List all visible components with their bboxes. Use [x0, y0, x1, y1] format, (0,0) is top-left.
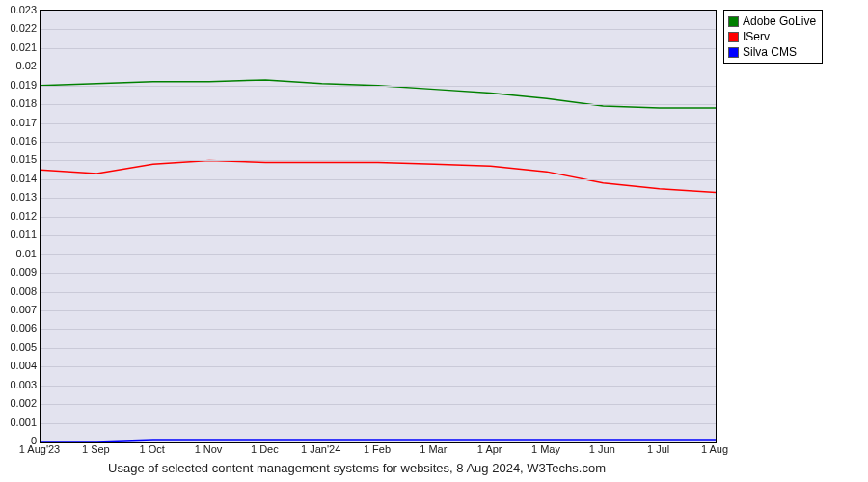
x-tick-label: 1 Jul: [647, 443, 669, 455]
legend-label: Silva CMS: [743, 44, 797, 60]
grid-line: [41, 366, 716, 367]
y-tick-label: 0.018: [3, 97, 37, 109]
grid-line: [41, 160, 716, 161]
y-tick-label: 0.008: [3, 285, 37, 297]
x-tick-label: 1 Mar: [420, 443, 447, 455]
y-tick-label: 0.013: [3, 191, 37, 202]
x-tick-label: 1 Aug'23: [19, 443, 60, 455]
chart-svg: [41, 11, 716, 442]
grid-line: [41, 142, 716, 143]
y-tick-label: 0.007: [3, 304, 37, 315]
x-tick-label: 1 Apr: [477, 443, 502, 455]
grid-line: [41, 348, 716, 349]
y-tick-label: 0.019: [3, 79, 37, 91]
grid-line: [41, 273, 716, 274]
x-tick-label: 1 Feb: [364, 443, 391, 455]
x-tick-label: 1 Nov: [195, 443, 223, 455]
x-tick-label: 1 Sep: [82, 443, 110, 455]
chart-container: Adobe GoLiveIServSilva CMS Usage of sele…: [0, 0, 868, 482]
x-tick-label: 1 Aug: [701, 443, 728, 455]
y-tick-label: 0.016: [3, 135, 37, 147]
y-tick-label: 0.005: [3, 341, 37, 353]
y-tick-label: 0.01: [3, 248, 37, 259]
legend-label: Adobe GoLive: [743, 13, 816, 29]
grid-line: [41, 386, 716, 387]
y-tick-label: 0.006: [3, 322, 37, 334]
grid-line: [41, 48, 716, 49]
legend-label: IServ: [743, 29, 770, 44]
y-tick-label: 0.014: [3, 173, 37, 184]
legend-swatch: [728, 16, 739, 27]
legend-item: Adobe GoLive: [728, 13, 816, 29]
grid-line: [41, 329, 716, 330]
y-tick-label: 0.001: [3, 416, 37, 428]
grid-line: [41, 179, 716, 180]
grid-line: [41, 235, 716, 236]
legend-swatch: [728, 47, 739, 58]
chart-caption: Usage of selected content management sys…: [0, 461, 714, 475]
y-tick-label: 0.021: [3, 41, 37, 53]
y-tick-label: 0.011: [3, 228, 37, 240]
grid-line: [41, 404, 716, 405]
y-tick-label: 0.003: [3, 379, 37, 390]
legend: Adobe GoLiveIServSilva CMS: [723, 10, 823, 64]
series-line: [41, 440, 716, 442]
y-tick-label: 0.015: [3, 153, 37, 165]
grid-line: [41, 86, 716, 87]
grid-line: [41, 67, 716, 67]
series-line: [41, 160, 716, 192]
legend-swatch: [728, 32, 739, 42]
grid-line: [41, 254, 716, 255]
x-tick-label: 1 Jan'24: [301, 443, 340, 455]
grid-line: [41, 29, 716, 30]
y-tick-label: 0.017: [3, 117, 37, 128]
x-tick-label: 1 Jun: [589, 443, 615, 455]
grid-line: [41, 198, 716, 199]
x-tick-label: 1 Oct: [140, 443, 165, 455]
y-tick-label: 0.004: [3, 360, 37, 371]
y-tick-label: 0.02: [3, 60, 37, 71]
plot-area: [40, 10, 717, 443]
grid-line: [41, 104, 716, 105]
x-tick-label: 1 Dec: [251, 443, 279, 455]
y-tick-label: 0.002: [3, 397, 37, 409]
y-tick-label: 0.023: [3, 4, 37, 15]
legend-item: Silva CMS: [728, 44, 816, 60]
y-tick-label: 0.012: [3, 210, 37, 222]
y-tick-label: 0.022: [3, 22, 37, 34]
x-tick-label: 1 May: [531, 443, 560, 455]
legend-item: IServ: [728, 29, 816, 44]
grid-line: [41, 217, 716, 218]
grid-line: [41, 423, 716, 424]
grid-line: [41, 123, 716, 124]
grid-line: [41, 292, 716, 293]
y-tick-label: 0.009: [3, 266, 37, 278]
grid-line: [41, 310, 716, 311]
